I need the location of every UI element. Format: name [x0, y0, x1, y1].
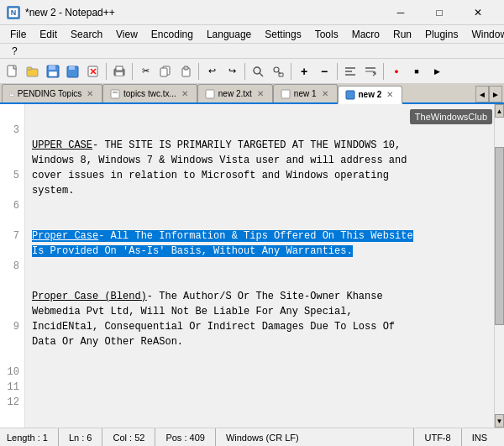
- zoom-out-button[interactable]: −: [315, 62, 333, 81]
- toolbar-separator-1: [106, 63, 107, 80]
- menu-plugins[interactable]: Plugins: [418, 27, 465, 42]
- macro-record-button[interactable]: ●: [387, 62, 406, 81]
- menu-settings[interactable]: Settings: [258, 27, 307, 42]
- svg-rect-19: [184, 66, 188, 70]
- toolbar-separator-5: [291, 63, 291, 80]
- tab-new2txt[interactable]: new 2.txt ✕: [197, 84, 273, 102]
- tab-label-pending: PENDING Topics Beta Upcoming...: [18, 89, 81, 98]
- tab-icon-new2txt: [205, 89, 215, 99]
- scroll-up-button[interactable]: ▲: [495, 104, 504, 118]
- svg-rect-9: [69, 66, 75, 70]
- help-bar: ?: [0, 44, 504, 59]
- copy-button[interactable]: [156, 62, 175, 81]
- menu-window[interactable]: Window: [465, 27, 504, 42]
- svg-rect-31: [111, 90, 119, 98]
- help-question[interactable]: ?: [5, 44, 24, 59]
- status-bar: Length : 1 Ln : 6 Col : 52 Pos : 409 Win…: [0, 428, 504, 446]
- status-length: Length : 1: [7, 428, 59, 446]
- toolbar-separator-6: [337, 63, 338, 80]
- tab-topics[interactable]: topics twc.tx... ✕: [102, 84, 197, 102]
- menu-search[interactable]: Search: [64, 27, 109, 42]
- editor-content[interactable]: UPPER CASE- THE SITE IS PRIMARILY TARGET…: [25, 104, 494, 428]
- macro-play-button[interactable]: ▶: [428, 62, 446, 81]
- svg-rect-17: [160, 68, 167, 76]
- open-button[interactable]: [24, 62, 42, 81]
- find-button[interactable]: [249, 62, 267, 81]
- scroll-down-button[interactable]: ▼: [495, 414, 504, 428]
- svg-rect-35: [346, 91, 354, 99]
- svg-rect-4: [27, 67, 32, 70]
- svg-rect-7: [49, 71, 57, 76]
- editor-line-6: Proper Case- All The Information & Tips …: [32, 230, 413, 257]
- status-col: Col : 52: [102, 428, 155, 446]
- tab-new2[interactable]: new 2 ✕: [338, 86, 403, 104]
- scroll-thumb[interactable]: [495, 147, 504, 325]
- tab-icon-topics: [110, 89, 120, 99]
- toolbar-separator-7: [383, 63, 384, 80]
- svg-rect-6: [49, 66, 55, 70]
- paste-button[interactable]: [176, 62, 195, 81]
- toolbar: ✂ ↩ ↪ + − ● ■ ▶: [0, 59, 504, 84]
- wordwrap-button[interactable]: [361, 62, 380, 81]
- tab-close-topics[interactable]: ✕: [180, 88, 190, 99]
- print-button[interactable]: [110, 62, 129, 81]
- svg-rect-33: [206, 90, 214, 98]
- tab-label-new2txt: new 2.txt: [218, 89, 252, 98]
- tab-close-new1[interactable]: ✕: [320, 88, 330, 99]
- tab-next-button[interactable]: ►: [489, 86, 502, 102]
- tab-close-new2txt[interactable]: ✕: [255, 88, 265, 99]
- line-numbers: 3 5 6 7 8 9 10 11 12 13: [0, 104, 25, 428]
- menu-macro[interactable]: Macro: [345, 27, 386, 42]
- tab-icon-new1: [281, 89, 291, 99]
- scroll-track[interactable]: [495, 118, 504, 414]
- tab-label-topics: topics twc.tx...: [123, 89, 176, 98]
- menu-file[interactable]: File: [3, 27, 33, 42]
- zoom-in-button[interactable]: +: [295, 62, 313, 81]
- menu-edit[interactable]: Edit: [33, 27, 64, 42]
- toolbar-separator-4: [244, 63, 245, 80]
- menu-tools[interactable]: Tools: [308, 27, 345, 42]
- tab-close-new2[interactable]: ✕: [385, 89, 395, 100]
- close-btn[interactable]: [84, 62, 102, 81]
- toolbar-separator-2: [132, 63, 133, 80]
- svg-line-21: [260, 73, 263, 76]
- new-button[interactable]: [3, 62, 22, 81]
- tab-label-new1: new 1: [294, 89, 317, 98]
- menu-view[interactable]: View: [109, 27, 144, 42]
- menu-bar: File Edit Search View Encoding Language …: [0, 25, 504, 44]
- tab-navigation: ◄ ►: [475, 86, 502, 102]
- tab-pending[interactable]: PENDING Topics Beta Upcoming... ✕: [2, 84, 102, 102]
- cut-button[interactable]: ✂: [136, 62, 155, 81]
- redo-button[interactable]: ↪: [223, 62, 241, 81]
- vertical-scrollbar[interactable]: ▲ ▼: [494, 104, 504, 428]
- menu-encoding[interactable]: Encoding: [144, 27, 200, 42]
- svg-rect-15: [116, 72, 123, 76]
- save-button[interactable]: [44, 62, 62, 81]
- undo-button[interactable]: ↩: [202, 62, 221, 81]
- maximize-button[interactable]: □: [420, 0, 459, 25]
- macro-stop-button[interactable]: ■: [407, 62, 426, 81]
- tab-new1[interactable]: new 1 ✕: [273, 84, 338, 102]
- status-ln: Ln : 6: [59, 428, 103, 446]
- tab-close-pending[interactable]: ✕: [85, 88, 95, 99]
- svg-rect-34: [281, 90, 290, 98]
- svg-rect-14: [116, 66, 123, 71]
- tab-icon-new2: [345, 90, 355, 100]
- status-pos: Pos : 409: [155, 428, 215, 446]
- replace-button[interactable]: [269, 62, 287, 81]
- editor-line-3: UPPER CASE- THE SITE IS PRIMARILY TARGET…: [32, 139, 407, 197]
- svg-point-22: [274, 67, 279, 72]
- minimize-button[interactable]: ─: [381, 0, 420, 25]
- window-title: *new 2 - Notepad++: [25, 7, 115, 18]
- svg-point-20: [254, 67, 260, 74]
- tab-prev-button[interactable]: ◄: [475, 86, 489, 102]
- indent-button[interactable]: [341, 62, 360, 81]
- status-encoding: UTF-8: [414, 428, 461, 446]
- menu-language[interactable]: Language: [200, 27, 258, 42]
- menu-run[interactable]: Run: [386, 27, 418, 42]
- close-window-button[interactable]: ✕: [459, 0, 497, 25]
- tab-icon-pending: [9, 89, 14, 99]
- status-insert-mode: INS: [462, 428, 497, 446]
- tab-bar: PENDING Topics Beta Upcoming... ✕ topics…: [0, 84, 504, 104]
- save-all-button[interactable]: [64, 62, 82, 81]
